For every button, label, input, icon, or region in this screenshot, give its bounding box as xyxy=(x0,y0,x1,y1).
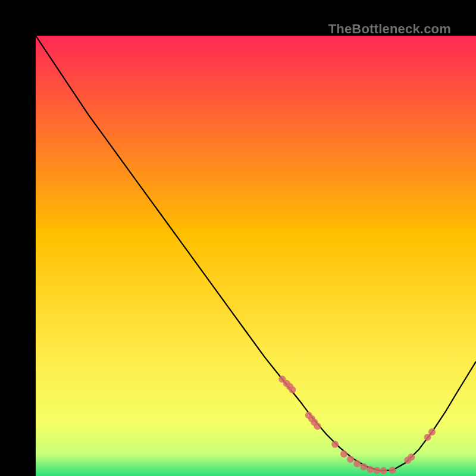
data-marker xyxy=(353,460,361,467)
data-marker xyxy=(428,428,436,436)
chart-frame: TheBottleneck.com xyxy=(18,18,458,458)
data-marker xyxy=(331,441,339,448)
data-marker xyxy=(347,456,354,463)
data-marker xyxy=(389,466,396,474)
data-marker xyxy=(360,463,367,470)
data-marker xyxy=(314,422,321,430)
data-marker xyxy=(374,467,381,474)
data-marker xyxy=(408,453,415,461)
data-marker xyxy=(380,467,387,474)
data-marker xyxy=(340,450,347,458)
plot-area xyxy=(36,36,476,476)
gradient-background xyxy=(36,36,476,476)
watermark-text: TheBottleneck.com xyxy=(328,21,451,37)
data-marker xyxy=(289,386,296,393)
chart-svg xyxy=(36,36,476,476)
data-marker xyxy=(367,466,374,473)
